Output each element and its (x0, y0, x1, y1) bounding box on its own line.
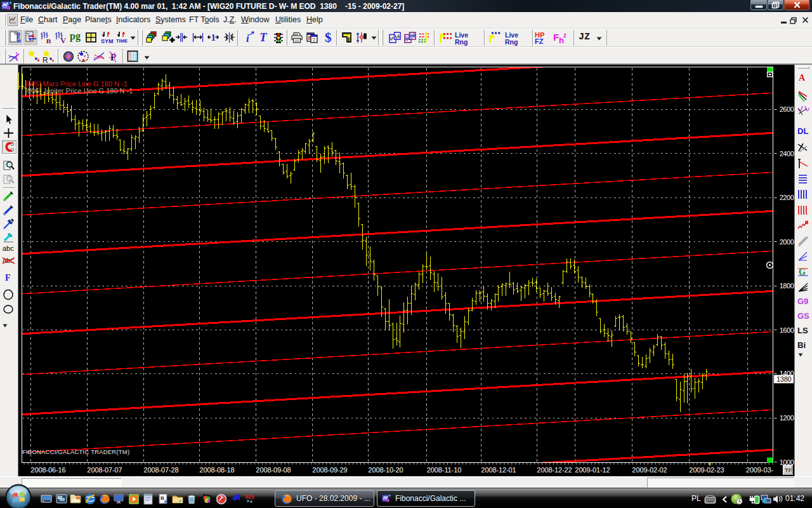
svg-text:SYM: SYM (101, 38, 114, 44)
svg-text:2008-11-10: 2008-11-10 (427, 466, 461, 474)
svg-text:2200: 2200 (780, 194, 794, 201)
svg-text:T: T (259, 31, 268, 44)
svg-text:1: 1 (211, 32, 216, 43)
svg-text:z: z (563, 32, 566, 39)
svg-text:1200: 1200 (780, 414, 794, 422)
svg-text:F: F (553, 32, 559, 43)
svg-text:2008-12-22: 2008-12-22 (537, 466, 572, 474)
svg-text:1000: 1000 (780, 458, 794, 466)
svg-text:[006] Jupiter Price Line G 180: [006] Jupiter Price Line G 180 N -1 (25, 87, 133, 95)
svg-text:1800: 1800 (780, 282, 794, 290)
svg-text:2400: 2400 (780, 150, 794, 157)
svg-text:R: R (43, 56, 48, 64)
svg-text:2008-10-20: 2008-10-20 (368, 466, 403, 474)
svg-text:1380: 1380 (776, 375, 791, 383)
svg-text:2600: 2600 (780, 105, 794, 113)
svg-text:1600: 1600 (780, 326, 794, 334)
svg-text:2008-12-01: 2008-12-01 (481, 466, 516, 474)
svg-text:7: 7 (313, 37, 316, 43)
svg-text:2008-09-08: 2008-09-08 (256, 466, 291, 474)
svg-text:2008-09-29: 2008-09-29 (312, 466, 347, 474)
svg-text:$: $ (325, 31, 332, 44)
svg-text:2000: 2000 (780, 238, 794, 246)
svg-text:2008-07-07: 2008-07-07 (87, 466, 122, 474)
svg-text:B: B (160, 495, 164, 501)
svg-text:n: n (46, 36, 51, 44)
svg-text:V: V (60, 36, 67, 44)
svg-text:2008-06-16: 2008-06-16 (30, 466, 65, 474)
svg-text:TF: TF (785, 467, 792, 474)
svg-text:2008-07-28: 2008-07-28 (143, 466, 178, 474)
svg-text:2009-02-23: 2009-02-23 (689, 466, 724, 474)
svg-text:W: W (17, 39, 22, 43)
svg-text:8: 8 (308, 35, 311, 41)
svg-text:i: i (246, 32, 249, 44)
svg-text:2009-01-12: 2009-01-12 (575, 466, 610, 474)
svg-text:FIBONACCI/GALACTIC TRADER(TM): FIBONACCI/GALACTIC TRADER(TM) (22, 448, 129, 455)
svg-text:2008-08-18: 2008-08-18 (199, 466, 234, 474)
svg-text:2009-03-: 2009-03- (746, 466, 774, 474)
svg-text:TIME: TIME (116, 38, 128, 44)
svg-text:2009-02-02: 2009-02-02 (632, 466, 667, 474)
